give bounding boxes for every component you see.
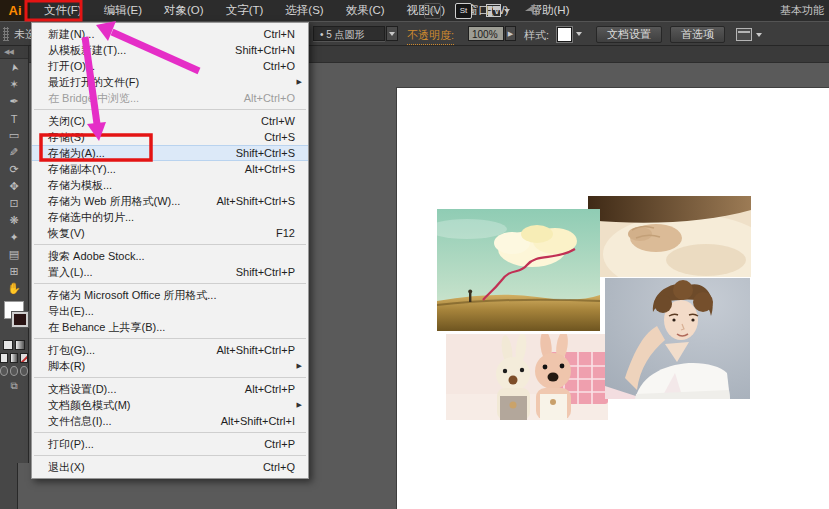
selection-tool-icon: ➤ (8, 62, 21, 73)
eyedropper-tool[interactable]: ✦ (0, 229, 28, 246)
file-menu-item[interactable]: 打包(G)... Alt+Shift+Ctrl+P (32, 342, 308, 358)
pillow-photo[interactable] (588, 196, 751, 277)
cs-live-icon[interactable] (524, 2, 540, 20)
rotate-tool[interactable]: ⟳ (0, 161, 28, 178)
panel-options-icon[interactable] (736, 28, 762, 41)
free-transform-tool[interactable]: ⊡ (0, 195, 28, 212)
hand-tool[interactable]: ✋ (0, 280, 28, 297)
fill-stroke-controls[interactable] (0, 301, 28, 337)
file-menu-item[interactable]: 存储选中的切片... (32, 209, 308, 225)
file-menu-item-save-as[interactable]: 存储为(A)... Shift+Ctrl+S (32, 145, 308, 161)
workspace-switcher[interactable]: 基本功能 (780, 0, 824, 21)
file-menu-item[interactable]: 新建(N)... Ctrl+N (32, 26, 308, 42)
menubar-item-1[interactable]: 文件(F) (33, 0, 93, 21)
symbol-sprayer-tool[interactable]: ❋ (0, 212, 28, 229)
bunnies-photo[interactable] (446, 334, 608, 420)
free-transform-tool-icon: ⊡ (9, 197, 18, 210)
color-button[interactable] (3, 340, 13, 350)
opacity-stepper[interactable]: ▶ (505, 26, 516, 41)
file-menu-item[interactable]: 搜索 Adobe Stock... (32, 248, 308, 264)
file-menu-item[interactable]: 从模板新建(T)... Shift+Ctrl+N (32, 42, 308, 58)
file-menu-item[interactable]: 退出(X) Ctrl+Q (32, 459, 308, 475)
file-menu-item[interactable]: 最近打开的文件(F) ▶ (32, 74, 308, 90)
draw-behind-button[interactable] (10, 366, 18, 376)
file-menu-item[interactable]: 存储为 Web 所用格式(W)... Alt+Shift+Ctrl+S (32, 193, 308, 209)
submenu-arrow-icon: ▶ (297, 401, 302, 409)
menu-separator (34, 283, 306, 284)
type-tool-icon: T (11, 113, 18, 125)
menu-separator (34, 109, 306, 110)
gradient-button[interactable] (15, 340, 25, 350)
menubar-right-icons: Br St (424, 0, 540, 21)
gradient-mini[interactable] (10, 353, 18, 363)
submenu-arrow-icon: ▶ (297, 362, 302, 370)
file-menu-item[interactable]: 在 Behance 上共享(B)... (32, 319, 308, 335)
collapse-panel-button[interactable]: ◀◀ (0, 46, 28, 59)
stroke-swatch[interactable] (12, 312, 28, 327)
brush-definition-select[interactable]: • 5 点圆形 (313, 26, 385, 41)
file-menu-item[interactable]: 存储为 Microsoft Office 所用格式... (32, 287, 308, 303)
file-menu-item[interactable]: 恢复(V) F12 (32, 225, 308, 241)
file-menu-item[interactable]: 关闭(C) Ctrl+W (32, 113, 308, 129)
opacity-input[interactable]: 100% (468, 26, 504, 41)
stock-icon[interactable]: St (455, 3, 472, 19)
rectangle-tool-icon: ▭ (9, 129, 19, 142)
menu-separator (34, 432, 306, 433)
magic-wand-tool[interactable]: ✶ (0, 76, 28, 93)
menubar-item-2[interactable]: 编辑(E) (93, 0, 153, 21)
file-menu-item[interactable]: 置入(L)... Shift+Ctrl+P (32, 264, 308, 280)
width-tool[interactable]: ✥ (0, 178, 28, 195)
file-menu-item[interactable]: 在 Bridge 中浏览... Alt+Ctrl+O (32, 90, 308, 106)
kite-photo[interactable] (437, 209, 600, 331)
file-menu-item[interactable]: 存储(S) Ctrl+S (32, 129, 308, 145)
menubar-item-4[interactable]: 文字(T) (215, 0, 275, 21)
screen-mode-icon[interactable]: ⧉ (0, 380, 28, 392)
eyedropper-tool-icon: ✦ (9, 231, 18, 244)
pencil-tool[interactable]: ✎ (0, 144, 28, 161)
menu-separator (34, 377, 306, 378)
pen-tool[interactable]: ✒ (0, 93, 28, 110)
rectangle-tool[interactable]: ▭ (0, 127, 28, 144)
file-menu-item[interactable]: 脚本(R) ▶ (32, 358, 308, 374)
file-menu-item[interactable]: 导出(E)... (32, 303, 308, 319)
brush-dropdown-button[interactable] (386, 26, 398, 41)
file-menu-item[interactable]: 文件信息(I)... Alt+Shift+Ctrl+I (32, 413, 308, 429)
menu-separator (34, 244, 306, 245)
rotate-tool-icon: ⟳ (9, 163, 18, 176)
type-tool[interactable]: T (0, 110, 28, 127)
graph-tool[interactable]: ▤ (0, 246, 28, 263)
menubar-item-6[interactable]: 效果(C) (335, 0, 396, 21)
draw-normal-button[interactable] (0, 366, 8, 376)
menu-separator (34, 455, 306, 456)
file-menu-item[interactable]: 存储为模板... (32, 177, 308, 193)
style-label: 样式: (524, 28, 549, 43)
file-menu-item[interactable]: 文档颜色模式(M) ▶ (32, 397, 308, 413)
portrait-photo[interactable] (605, 278, 750, 399)
selection-tool[interactable]: ➤ (0, 59, 28, 76)
menubar-item-3[interactable]: 对象(O) (153, 0, 215, 21)
document-setup-button[interactable]: 文档设置 (596, 26, 662, 43)
arrange-documents-icon[interactable] (486, 4, 510, 17)
file-menu-item[interactable]: 存储副本(Y)... Alt+Ctrl+S (32, 161, 308, 177)
fill-color-mini[interactable] (0, 353, 8, 363)
panel-grip (3, 27, 9, 41)
symbol-sprayer-tool-icon: ❋ (9, 214, 18, 227)
menubar-item-5[interactable]: 选择(S) (274, 0, 334, 21)
style-dropdown-icon[interactable] (576, 32, 582, 36)
draw-inside-button[interactable] (20, 366, 28, 376)
magic-wand-tool-icon: ✶ (9, 78, 18, 91)
file-menu-item[interactable]: 打印(P)... Ctrl+P (32, 436, 308, 452)
none-button[interactable] (20, 353, 28, 363)
file-menu-item[interactable]: 文档设置(D)... Alt+Ctrl+P (32, 381, 308, 397)
artboard-tool-icon: ⊞ (9, 265, 18, 278)
style-swatch[interactable] (557, 27, 572, 42)
hand-tool-icon: ✋ (7, 282, 21, 295)
artboard-tool[interactable]: ⊞ (0, 263, 28, 280)
file-menu-item[interactable]: 打开(O)... Ctrl+O (32, 58, 308, 74)
app-logo: Ai (0, 0, 30, 21)
bridge-icon[interactable]: Br (424, 3, 441, 19)
menu-separator (34, 338, 306, 339)
opacity-label[interactable]: 不透明度: (407, 28, 454, 45)
preferences-button[interactable]: 首选项 (670, 26, 725, 43)
illustrator-window: Ai 文件(F)编辑(E)对象(O)文字(T)选择(S)效果(C)视图(V)窗口… (0, 0, 829, 509)
